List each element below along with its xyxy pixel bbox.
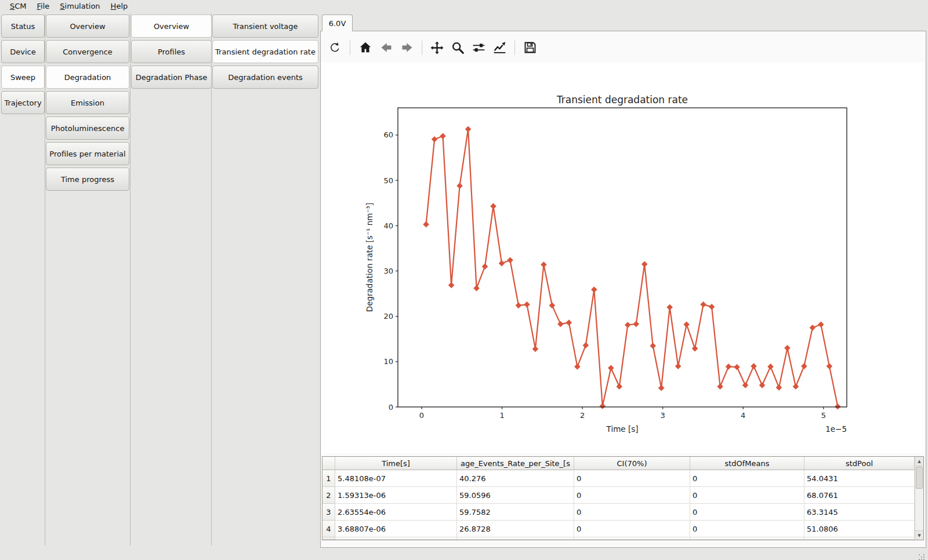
tab-6-0v[interactable]: 6.0V <box>322 14 353 31</box>
transient-degradation-rate-chart: 0123450102030405060Transient degradation… <box>321 63 923 453</box>
nav-column-level-3: OverviewProfilesDegradation Phase <box>131 14 212 89</box>
scrollbar-down-arrow-icon[interactable]: ▼ <box>915 530 923 540</box>
menu-simulation[interactable]: Simulation <box>55 1 105 12</box>
subplots-button[interactable] <box>471 40 487 56</box>
data-marker <box>557 321 564 328</box>
table-cell[interactable]: 1.59313e-06 <box>335 487 457 504</box>
table-cell[interactable]: 0 <box>690 521 804 537</box>
column-header-stdofmeans[interactable]: stdOfMeans <box>690 457 804 470</box>
refresh-button[interactable] <box>327 40 343 56</box>
table-cell[interactable]: 54.0431 <box>804 470 915 487</box>
tab-sweep[interactable]: Sweep <box>1 66 45 89</box>
tab-overview[interactable]: Overview <box>46 14 129 38</box>
data-marker <box>549 303 556 309</box>
tab-transient-degradation-rate[interactable]: Transient degradation rate <box>212 40 318 63</box>
zoom-button[interactable] <box>450 40 466 56</box>
tab-profiles-per-material[interactable]: Profiles per material <box>46 142 129 165</box>
table-cell[interactable]: 5.48108e-07 <box>335 470 457 487</box>
corner-header-cell[interactable] <box>322 457 335 470</box>
data-marker <box>583 342 589 348</box>
tab-degradation-events[interactable]: Degradation events <box>212 66 318 89</box>
tab-device[interactable]: Device <box>1 40 45 63</box>
table-cell[interactable]: 0 <box>690 504 804 521</box>
x-tick-label: 0 <box>419 411 424 420</box>
table-cell[interactable]: 0 <box>574 521 690 537</box>
nav-column-level-2: OverviewConvergenceDegradationEmissionPh… <box>46 14 129 191</box>
table-cell[interactable]: 2.63554e-06 <box>335 504 457 521</box>
table-cell[interactable]: 0 <box>574 504 690 521</box>
menu-help[interactable]: Help <box>106 1 133 12</box>
column-header-ci-70[interactable]: CI(70%) <box>574 457 690 470</box>
table-cell[interactable]: 0 <box>690 487 804 504</box>
x-axis-offset-label: 1e−5 <box>825 424 847 434</box>
x-tick-label: 1 <box>499 411 504 420</box>
window-resize-grip[interactable] <box>919 554 920 555</box>
data-marker <box>818 321 824 328</box>
table-cell[interactable]: 51.0806 <box>804 521 915 537</box>
row-number-cell[interactable]: 4 <box>322 521 335 537</box>
table-cell[interactable]: 59.7582 <box>457 504 574 521</box>
table-cell[interactable]: 63.3145 <box>804 504 915 521</box>
toolbar-separator <box>422 41 422 55</box>
tab-degradation[interactable]: Degradation <box>46 66 129 89</box>
row-number-cell[interactable]: 2 <box>322 487 335 504</box>
tab-photoluminescence[interactable]: Photoluminescence <box>46 117 129 140</box>
data-marker <box>751 363 757 369</box>
table-cell[interactable]: 59.0596 <box>457 487 574 504</box>
x-axis-label: Time [s] <box>606 424 639 434</box>
data-marker <box>810 325 816 331</box>
tab-degradation-phase[interactable]: Degradation Phase <box>131 66 212 89</box>
table-vertical-scrollbar[interactable]: ▲ ▼ <box>915 457 923 540</box>
column-header-time-s[interactable]: Time[s] <box>335 457 457 470</box>
back-button[interactable] <box>378 40 394 56</box>
tab-time-progress[interactable]: Time progress <box>46 168 129 191</box>
table-cell[interactable]: 26.8728 <box>457 521 574 537</box>
data-marker <box>801 363 807 369</box>
data-marker <box>759 382 766 388</box>
data-marker <box>641 261 648 267</box>
table-cell[interactable]: 0 <box>574 470 690 487</box>
table-cell[interactable]: 0 <box>574 487 690 504</box>
data-marker <box>717 384 723 390</box>
data-marker <box>440 133 446 139</box>
tab-transient-voltage[interactable]: Transient voltage <box>212 14 318 38</box>
scrollbar-up-arrow-icon[interactable]: ▲ <box>915 457 923 466</box>
table-cell[interactable]: 3.68807e-06 <box>335 521 457 537</box>
plot-canvas[interactable]: 0123450102030405060Transient degradation… <box>321 63 923 453</box>
table-row: 21.59313e-0659.05960068.0761 <box>322 487 915 504</box>
tab-convergence[interactable]: Convergence <box>46 40 129 63</box>
application-window: { "menu": { "items": ["SCM", "File", "Si… <box>0 0 928 560</box>
pan-button[interactable] <box>429 40 445 56</box>
data-marker <box>625 322 631 328</box>
tab-overview[interactable]: Overview <box>131 14 212 38</box>
y-tick-label: 40 <box>383 221 393 230</box>
forward-button[interactable] <box>399 40 415 56</box>
column-divider <box>130 13 130 546</box>
table-cell[interactable]: 0 <box>690 470 804 487</box>
x-tick-label: 3 <box>661 411 665 420</box>
row-number-cell[interactable]: 1 <box>322 470 335 487</box>
menu-file[interactable]: File <box>32 1 55 12</box>
tab-emission[interactable]: Emission <box>46 91 129 114</box>
row-number-cell[interactable]: 3 <box>322 504 335 521</box>
save-button[interactable] <box>522 40 538 56</box>
tab-trajectory[interactable]: Trajectory <box>1 91 45 114</box>
scrollbar-thumb[interactable] <box>916 467 923 489</box>
menu-bar: SCMFileSimulationHelp <box>0 0 928 13</box>
data-marker <box>448 282 455 289</box>
tab-profiles[interactable]: Profiles <box>131 40 212 63</box>
customize-button[interactable] <box>492 40 507 56</box>
column-header-age-events-rate-per-site-s[interactable]: age_Events_Rate_per_Site_[s <box>457 457 574 470</box>
plot-toolbar <box>327 36 538 59</box>
home-button[interactable] <box>357 40 373 56</box>
table-cell[interactable]: 68.0761 <box>804 487 915 504</box>
data-marker <box>675 363 682 369</box>
tab-status[interactable]: Status <box>1 14 45 38</box>
data-marker <box>532 346 539 352</box>
data-table: Time[s]age_Events_Rate_per_Site_[sCI(70%… <box>322 456 924 540</box>
menu-scm[interactable]: SCM <box>5 1 32 12</box>
y-tick-label: 60 <box>383 130 393 139</box>
column-divider <box>211 13 212 546</box>
column-header-stdpool[interactable]: stdPool <box>804 457 915 470</box>
table-cell[interactable]: 40.276 <box>457 470 574 487</box>
